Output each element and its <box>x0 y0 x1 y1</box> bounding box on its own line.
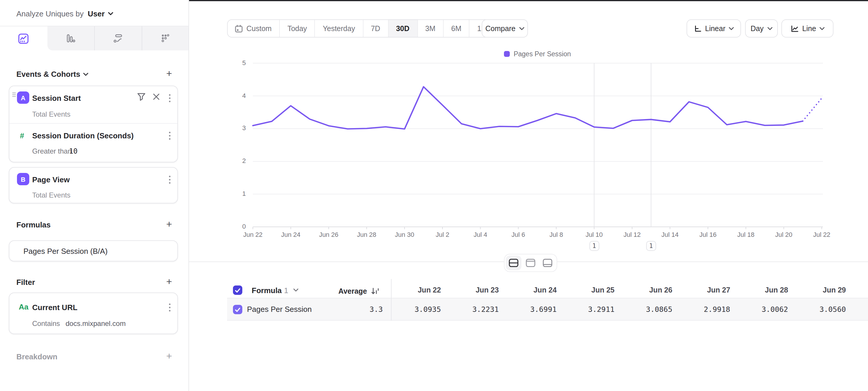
y-axis-tick-label: 2 <box>225 158 246 164</box>
group-number: 1 <box>284 286 288 295</box>
y-axis-tick-label: 4 <box>225 92 246 99</box>
table-group-header: Formula 1 <box>233 283 298 298</box>
table-row-average: 3.3 <box>328 298 383 320</box>
table-row-name[interactable]: Pages Per Session <box>247 298 312 320</box>
check-icon <box>235 287 241 293</box>
table-header-cell: Jun 22 <box>391 283 449 298</box>
x-axis-tick-label: Jul 12 <box>619 231 646 238</box>
select-all-checkbox[interactable] <box>233 285 242 295</box>
x-axis-tick-label: Jun 30 <box>391 231 418 238</box>
table-cell: 3.2911 <box>564 298 622 320</box>
x-axis-tick-label: Jul 2 <box>429 231 456 238</box>
chart-line-solid[interactable] <box>253 87 803 129</box>
x-axis-tick-label: Jun 28 <box>353 231 380 238</box>
x-axis-tick-label: Jul 14 <box>656 231 683 238</box>
x-axis-tick-label: Jun 22 <box>239 231 266 238</box>
check-icon <box>235 307 241 312</box>
y-axis-tick-label: 3 <box>225 124 246 132</box>
table-header-cell: Jun 29 <box>796 283 854 298</box>
chart-line-dotted-incomplete[interactable] <box>803 98 822 121</box>
x-axis-tick-label: Jul 18 <box>733 231 760 238</box>
table-cell: 3.0062 <box>738 298 796 320</box>
y-axis-tick-label: 1 <box>225 190 246 197</box>
x-axis-tick-label: Jun 26 <box>315 231 342 238</box>
table-cell: 3.2231 <box>449 298 507 320</box>
x-axis-tick-label: Jul 6 <box>505 231 532 238</box>
table-header-cell: Jun 24 <box>506 283 564 298</box>
group-label[interactable]: Formula <box>252 286 282 295</box>
layout-toggle-group <box>504 254 557 272</box>
table-view-button[interactable] <box>540 256 555 270</box>
table-date-headers: Jun 22Jun 23Jun 24Jun 25Jun 26Jun 27Jun … <box>391 283 854 298</box>
x-axis-tick-label: Jul 4 <box>467 231 494 238</box>
table-header-cell: Jun 25 <box>564 283 622 298</box>
x-axis-tick-label: Jul 10 <box>581 231 608 238</box>
insights-report-page: Analyze Uniques by User <box>0 0 868 391</box>
y-axis-tick-label: 5 <box>225 59 246 66</box>
table-cell: 3.0935 <box>391 298 449 320</box>
table-view-icon <box>542 258 553 267</box>
table-header-cell: Jun 26 <box>622 283 680 298</box>
chart-view-icon <box>526 258 535 267</box>
table-cell: 2.9918 <box>680 298 738 320</box>
table-cell: 3.0560 <box>796 298 854 320</box>
annotation-badge[interactable]: 1 <box>589 241 599 251</box>
chart-view-button[interactable] <box>523 256 538 270</box>
x-axis-tick-label: Jun 24 <box>277 231 304 238</box>
split-view-button[interactable] <box>506 256 522 270</box>
table-header-cell: Jun 23 <box>449 283 507 298</box>
average-column-header[interactable]: Average <box>293 287 367 296</box>
x-axis-tick-label: Jul 22 <box>808 231 835 238</box>
y-axis-tick-label: 0 <box>225 223 246 230</box>
sort-descending-icon[interactable] <box>371 287 380 296</box>
x-axis-tick-label: Jul 16 <box>694 231 721 238</box>
table-header-cell: Jun 28 <box>738 283 796 298</box>
annotation-badge[interactable]: 1 <box>646 241 656 251</box>
table-cell: 3.6991 <box>506 298 564 320</box>
table-header-cell: Jun 27 <box>680 283 738 298</box>
x-axis-tick-label: Jul 8 <box>543 231 570 238</box>
line-chart[interactable] <box>0 0 868 391</box>
split-view-icon <box>508 258 519 267</box>
x-axis-tick-label: Jul 20 <box>770 231 797 238</box>
table-row-values: 3.09353.22313.69913.29113.08652.99183.00… <box>391 298 854 320</box>
table-cell: 3.0865 <box>622 298 680 320</box>
row-checkbox[interactable] <box>233 305 242 314</box>
